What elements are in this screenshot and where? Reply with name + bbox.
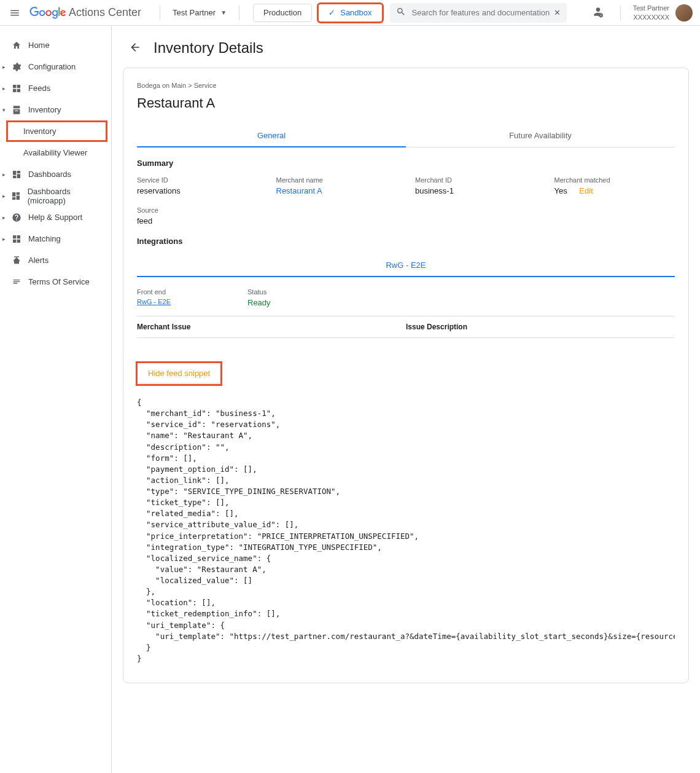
- source-value: feed: [137, 216, 258, 226]
- issue-col-merchant: Merchant Issue: [137, 323, 406, 331]
- nav-inventory[interactable]: ▾ Inventory: [0, 99, 111, 120]
- product-name: Actions Center: [69, 6, 141, 19]
- partner-selector[interactable]: Test Partner ▼: [168, 8, 231, 17]
- nav-feeds[interactable]: ▸ Feeds: [0, 77, 111, 99]
- search-box[interactable]: ✕: [390, 3, 567, 23]
- grid-icon: [11, 84, 22, 93]
- status-value: Ready: [247, 298, 675, 307]
- divider: [239, 6, 239, 20]
- nav-help[interactable]: ▸ Help & Support: [0, 206, 111, 228]
- frontend-label: Front end: [137, 288, 229, 296]
- nav-configuration[interactable]: ▸ Configuration: [0, 56, 111, 77]
- sidebar: Home ▸ Configuration ▸ Feeds ▾ Inventory…: [0, 26, 112, 773]
- app-header: Actions Center Test Partner ▼ Production…: [0, 0, 700, 26]
- merchant-matched-label: Merchant matched: [554, 176, 675, 184]
- help-icon: [11, 213, 22, 222]
- integration-tab[interactable]: RwG - E2E: [137, 254, 675, 277]
- user-menu[interactable]: Test Partner XXXXXXXX: [633, 4, 693, 22]
- section-summary: Summary: [137, 159, 675, 168]
- logo[interactable]: Actions Center: [29, 6, 141, 19]
- merchant-id-value: business-1: [415, 186, 536, 195]
- chevron-down-icon: ▾: [2, 107, 6, 113]
- production-button[interactable]: Production: [253, 4, 312, 22]
- tab-future-availability[interactable]: Future Availability: [406, 125, 675, 147]
- chevron-right-icon: ▸: [2, 171, 6, 178]
- tab-general[interactable]: General: [137, 125, 406, 147]
- nav-dashboards-micro[interactable]: ▸ Dashboards (microapp): [0, 185, 111, 206]
- settings-people-icon[interactable]: [592, 6, 604, 20]
- home-icon: [11, 41, 22, 50]
- avatar[interactable]: [675, 4, 693, 22]
- alert-icon: [11, 256, 22, 265]
- issue-col-description: Issue Description: [406, 323, 675, 331]
- chevron-right-icon: ▸: [2, 193, 6, 199]
- nav-availability-viewer[interactable]: Availability Viewer: [0, 142, 111, 163]
- details-card: Bodega on Main > Service Restaurant A Ge…: [123, 68, 689, 683]
- merchant-matched-value: Yes: [554, 186, 567, 195]
- dashboard-icon: [11, 170, 22, 179]
- entity-title: Restaurant A: [137, 95, 675, 111]
- back-arrow-icon[interactable]: [129, 41, 141, 55]
- tabs: General Future Availability: [137, 125, 675, 147]
- source-label: Source: [137, 206, 258, 214]
- divider: [160, 6, 160, 20]
- nav-inventory-sub[interactable]: Inventory: [6, 120, 107, 142]
- divider: [620, 6, 621, 20]
- nav-alerts[interactable]: Alerts: [0, 249, 111, 271]
- breadcrumb: Bodega on Main > Service: [137, 82, 675, 89]
- frontend-link[interactable]: RwG - E2E: [137, 298, 229, 305]
- page-title: Inventory Details: [154, 39, 263, 57]
- edit-link[interactable]: Edit: [579, 186, 593, 195]
- nav-tos[interactable]: Terms Of Service: [0, 271, 111, 292]
- service-id-value: reservations: [137, 186, 258, 195]
- grid-icon: [11, 234, 22, 244]
- close-icon[interactable]: ✕: [554, 8, 561, 17]
- check-icon: ✓: [329, 8, 335, 17]
- menu-icon[interactable]: [7, 6, 22, 20]
- nav-dashboards[interactable]: ▸ Dashboards: [0, 163, 111, 185]
- user-name: Test Partner: [633, 4, 669, 12]
- section-integrations: Integrations: [137, 237, 675, 246]
- chevron-right-icon: ▸: [2, 64, 6, 70]
- sandbox-button[interactable]: ✓ Sandbox: [318, 4, 382, 22]
- chevron-down-icon: ▼: [220, 9, 227, 16]
- nav-matching[interactable]: ▸ Matching: [0, 228, 111, 249]
- main-content: Inventory Details Bodega on Main > Servi…: [112, 26, 700, 773]
- feed-snippet-code: { "merchant_id": "business-1", "service_…: [137, 397, 675, 664]
- merchant-id-label: Merchant ID: [415, 176, 536, 184]
- hide-feed-snippet-button[interactable]: Hide feed snippet: [138, 364, 220, 383]
- gear-icon: [11, 62, 22, 72]
- document-icon: [11, 277, 22, 287]
- chevron-right-icon: ▸: [2, 85, 6, 92]
- search-input[interactable]: [412, 8, 554, 17]
- user-sub: XXXXXXXX: [633, 13, 669, 22]
- nav-home[interactable]: Home: [0, 34, 111, 56]
- status-label: Status: [247, 288, 675, 296]
- merchant-name-label: Merchant name: [276, 176, 397, 184]
- merchant-name-link[interactable]: Restaurant A: [276, 186, 397, 195]
- inventory-icon: [11, 105, 22, 115]
- service-id-label: Service ID: [137, 176, 258, 184]
- chevron-right-icon: ▸: [2, 236, 6, 242]
- search-icon: [396, 7, 406, 18]
- dashboard-icon: [11, 191, 21, 201]
- chevron-right-icon: ▸: [2, 214, 6, 221]
